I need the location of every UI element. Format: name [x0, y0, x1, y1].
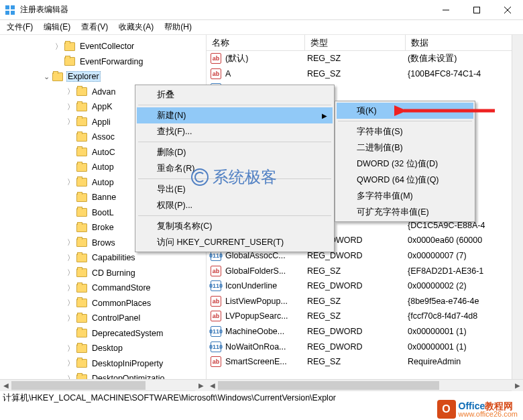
value-type-icon: ab [211, 53, 221, 64]
value-row[interactable]: abLVPopupSearc...REG_SZ{fccf70c8-f4d7-4d… [207, 309, 523, 324]
value-type: REG_DWORD [305, 327, 406, 336]
tree-label: CD Burning [91, 268, 137, 278]
menu-separator [138, 142, 331, 142]
menu-item[interactable]: 可扩充字符串值(E) [337, 204, 473, 220]
expand-icon[interactable]: 〉 [66, 87, 75, 97]
expand-icon[interactable]: 〉 [66, 344, 75, 354]
menu-item[interactable]: 复制项名称(C) [137, 218, 333, 234]
value-data: 0x00000001 (1) [406, 342, 523, 352]
expand-icon[interactable]: 〉 [66, 358, 75, 368]
value-type: REG_SZ [305, 69, 406, 78]
scrollbar-vertical[interactable] [512, 35, 523, 379]
expand-icon[interactable]: 〉 [66, 313, 75, 323]
menu-edit[interactable]: 编辑(E) [38, 20, 76, 34]
menu-view[interactable]: 查看(V) [76, 20, 113, 34]
tree-item[interactable]: EventForwarding [0, 54, 206, 70]
expand-icon[interactable]: 〉 [66, 268, 75, 278]
context-submenu-new[interactable]: 项(K)字符串值(S)二进制值(B)DWORD (32 位)值(D)QWORD … [335, 101, 475, 222]
menu-separator [138, 105, 331, 105]
close-button[interactable] [492, 0, 523, 20]
expand-icon[interactable]: 〉 [66, 177, 75, 187]
menu-item[interactable]: 权限(P)... [137, 197, 333, 213]
value-row[interactable]: abAREG_SZ{100B4FC8-74C1-4 [207, 66, 523, 82]
tree-item[interactable]: ⌄Explorer [0, 69, 206, 85]
expand-icon[interactable]: 〉 [66, 117, 75, 127]
expand-icon[interactable]: 〉 [54, 42, 63, 52]
tree-scrollbar-h[interactable]: ◀ ▶ [0, 379, 207, 390]
tree-item[interactable]: DeprecatedSystem [0, 326, 206, 342]
tree-item[interactable]: 〉CD Burning [0, 266, 206, 281]
value-row[interactable]: abGlobalFolderS...REG_SZ{EF8AD2D1-AE36-1 [207, 263, 523, 278]
menu-bar: 文件(F) 编辑(E) 查看(V) 收藏夹(A) 帮助(H) [0, 20, 523, 35]
folder-icon [76, 359, 87, 368]
tree-item[interactable]: 〉DesktopIniProperty [0, 356, 206, 372]
menu-help[interactable]: 帮助(H) [159, 20, 197, 34]
menu-item[interactable]: 重命名(R) [137, 160, 333, 176]
tree-label: Capabilities [91, 253, 137, 262]
value-name: ListViewPopup... [225, 297, 288, 306]
menu-favorites[interactable]: 收藏夹(A) [113, 20, 159, 34]
value-row[interactable]: 0110IconUnderlineREG_DWORD0x00000002 (2) [207, 278, 523, 294]
menu-file[interactable]: 文件(F) [1, 20, 38, 34]
tree-item[interactable]: 〉Capabilities [0, 250, 206, 266]
value-type-icon: ab [211, 266, 221, 276]
expand-icon[interactable]: 〉 [66, 298, 75, 308]
col-name[interactable]: 名称 [207, 35, 305, 50]
menu-item[interactable]: 项(K) [337, 103, 473, 119]
folder-icon [76, 208, 87, 217]
tree-label: BootL [91, 208, 115, 217]
value-data: {EF8AD2D1-AE36-1 [406, 266, 523, 276]
menu-item[interactable]: 查找(F)... [137, 123, 333, 140]
value-row[interactable]: 0110NoWaitOnRoa...REG_DWORD0x00000001 (1… [207, 339, 523, 354]
tree-label: Advan [91, 87, 117, 97]
minimize-button[interactable] [430, 0, 461, 20]
tree-label: Appli [91, 117, 112, 127]
submenu-arrow-icon: ▶ [322, 112, 327, 119]
folder-icon [76, 193, 87, 202]
col-data[interactable]: 数据 [406, 35, 523, 50]
value-data: 0x00000007 (7) [406, 251, 523, 260]
menu-item[interactable]: 折叠 [137, 87, 333, 103]
expand-icon[interactable]: 〉 [66, 283, 75, 293]
col-type[interactable]: 类型 [305, 35, 406, 50]
value-type: REG_DWORD [305, 281, 406, 291]
menu-separator [138, 215, 331, 216]
tree-item[interactable]: 〉CommonPlaces [0, 296, 206, 311]
tree-item[interactable]: 〉Desktop [0, 341, 206, 356]
value-row[interactable]: abListViewPopup...REG_SZ{8be9f5ea-e746-4… [207, 294, 523, 309]
menu-item[interactable]: QWORD (64 位)值(Q) [337, 172, 473, 188]
value-type: REG_SZ [305, 311, 406, 321]
menu-item[interactable]: 删除(D) [137, 144, 333, 160]
expand-icon[interactable]: 〉 [66, 238, 75, 248]
context-menu[interactable]: 折叠新建(N)▶查找(F)...删除(D)重命名(R)导出(E)权限(P)...… [135, 85, 335, 252]
folder-icon [76, 238, 87, 247]
scroll-right-icon[interactable]: ▶ [195, 380, 207, 391]
value-row[interactable]: 0110MachineOobe...REG_DWORD0x00000001 (1… [207, 324, 523, 339]
maximize-button[interactable] [461, 0, 492, 20]
tree-item[interactable]: 〉EventCollector [0, 39, 206, 54]
menu-item[interactable]: 访问 HKEY_CURRENT_USER(T) [137, 234, 333, 250]
scroll-left-icon[interactable]: ◀ [0, 380, 11, 391]
list-scrollbar-h[interactable]: ◀ ▶ [207, 379, 523, 390]
value-name: A [225, 69, 231, 78]
menu-item[interactable]: 多字符串值(M) [337, 188, 473, 204]
folder-icon [64, 42, 75, 51]
app-icon [5, 5, 15, 15]
tree-item[interactable]: 〉ControlPanel [0, 311, 206, 326]
value-name: MachineOobe... [225, 327, 284, 336]
menu-item[interactable]: 新建(N)▶ [137, 107, 333, 123]
tree-item[interactable]: 〉CommandStore [0, 280, 206, 296]
value-row[interactable]: ab(默认)REG_SZ(数值未设置) [207, 51, 523, 66]
value-data: (数值未设置) [406, 53, 523, 64]
menu-item[interactable]: DWORD (32 位)值(D) [337, 156, 473, 172]
expand-icon[interactable]: ⌄ [42, 72, 51, 81]
menu-item[interactable]: 字符串值(S) [337, 123, 473, 140]
expand-icon[interactable]: 〉 [66, 102, 75, 112]
menu-item[interactable]: 二进制值(B) [337, 140, 473, 156]
value-row[interactable]: abSmartScreenE...REG_SZRequireAdmin [207, 354, 523, 370]
value-data: {fccf70c8-f4d7-4d8 [406, 311, 523, 321]
scroll-right-icon[interactable]: ▶ [512, 380, 523, 391]
expand-icon[interactable]: 〉 [66, 253, 75, 263]
menu-item[interactable]: 导出(E) [137, 181, 333, 197]
scroll-left-icon[interactable]: ◀ [207, 380, 218, 391]
